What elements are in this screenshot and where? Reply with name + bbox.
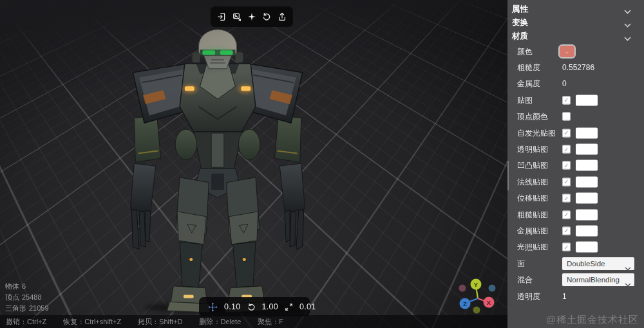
import-file-icon[interactable] [216, 9, 227, 24]
stat-vertices: 顶点25488 [5, 292, 49, 303]
row-map: 贴图 [507, 92, 644, 108]
map-texture-slot[interactable] [576, 95, 598, 105]
shortcut-undo: 撤销：Ctrl+Z [6, 317, 46, 327]
roughness-map-checkbox[interactable] [562, 210, 571, 219]
metalness-map-checkbox[interactable] [562, 226, 571, 235]
section-properties[interactable]: 属性 [507, 3, 644, 16]
section-transform[interactable]: 变换 [507, 16, 644, 30]
row-light-map: 光照贴图 [507, 239, 644, 255]
chevron-down-icon [624, 34, 631, 43]
export-image-icon[interactable] [231, 9, 242, 24]
normal-map-checkbox[interactable] [562, 178, 571, 186]
displacement-map-checkbox[interactable] [562, 194, 571, 203]
row-blending: 混合 NormalBlending [507, 271, 644, 287]
axis-y[interactable]: Y [471, 279, 482, 290]
light-map-checkbox[interactable] [562, 243, 571, 251]
side-select[interactable]: DoubleSide [562, 257, 634, 270]
upload-icon[interactable] [276, 9, 288, 24]
alpha-map-texture-slot[interactable] [576, 144, 598, 155]
light-map-texture-slot[interactable] [576, 242, 598, 253]
row-color: 颜色 ⌄ [507, 43, 644, 59]
normal-map-texture-slot[interactable] [576, 176, 598, 187]
metalness-value[interactable]: 0 [562, 79, 567, 88]
row-roughness: 粗糙度 0.552786 [507, 59, 644, 75]
opacity-value[interactable]: 1 [562, 292, 567, 301]
metalness-map-texture-slot[interactable] [576, 225, 598, 236]
axis-x[interactable]: X [484, 297, 495, 308]
emissive-map-checkbox[interactable] [562, 129, 571, 137]
row-alpha-map: 透明贴图 [507, 141, 644, 157]
row-roughness-map: 粗糙贴图 [507, 206, 644, 223]
shortcut-focus: 聚焦：F [258, 317, 283, 327]
emissive-map-texture-slot[interactable] [576, 127, 598, 138]
row-emissive-map: 自发光贴图 [507, 125, 644, 141]
chevron-down-icon [624, 7, 631, 16]
snap-settings-bar: 0.10 1.00 0.01 [199, 297, 310, 316]
translate-icon[interactable] [207, 302, 218, 313]
color-swatch[interactable]: ⌄ [558, 44, 576, 59]
viewport-toolbar [211, 6, 293, 27]
row-opacity: 透明度 1 [507, 288, 644, 304]
map-checkbox[interactable] [562, 96, 571, 104]
row-bump-map: 凹凸贴图 [507, 158, 644, 174]
axis-neg-x [459, 285, 466, 292]
bump-map-checkbox[interactable] [562, 161, 571, 170]
vertex-colors-checkbox[interactable] [562, 113, 571, 121]
rotate-icon[interactable] [247, 302, 256, 313]
row-vertex-colors: 顶点颜色 [507, 109, 644, 125]
displacement-map-texture-slot[interactable] [576, 193, 598, 204]
stat-objects: 物体6 [5, 281, 49, 292]
scale-snap-value[interactable]: 0.01 [299, 302, 316, 311]
svg-text:Y: Y [474, 281, 478, 288]
watermark: @稀土掘金技术社区 [546, 314, 639, 326]
scene-stats: 物体6 顶点25488 三角形21059 [5, 281, 49, 314]
row-side: 面 DoubleSide [507, 255, 644, 271]
rotate-snap-value[interactable]: 1.00 [262, 302, 279, 311]
mech-model[interactable] [115, 24, 321, 315]
axis-neg-z [489, 285, 496, 292]
focus-icon[interactable] [246, 9, 258, 24]
roughness-value[interactable]: 0.552786 [562, 63, 594, 72]
shortcut-redo: 恢复：Ctrl+shift+Z [63, 317, 121, 327]
editor-window: 0.10 1.00 0.01 物体6 顶点25488 三角形21059 [0, 0, 644, 328]
roughness-map-texture-slot[interactable] [576, 209, 598, 220]
chevron-down-icon [624, 21, 631, 30]
reset-view-icon[interactable] [261, 9, 272, 24]
svg-text:X: X [487, 299, 491, 306]
shortcut-bar: 撤销：Ctrl+Z 恢复：Ctrl+shift+Z 拷贝：Shift+D 删除：… [0, 315, 507, 328]
row-metalness: 金属度 0 [507, 76, 644, 92]
section-material[interactable]: 材质 [507, 30, 644, 43]
viewport-3d[interactable]: 0.10 1.00 0.01 物体6 顶点25488 三角形21059 [0, 0, 507, 328]
stat-triangles: 三角形21059 [5, 303, 49, 314]
translate-snap-value[interactable]: 0.10 [224, 302, 241, 311]
alpha-map-checkbox[interactable] [562, 145, 571, 154]
axis-z[interactable]: Z [460, 298, 471, 309]
shortcut-copy: 拷贝：Shift+D [138, 317, 182, 327]
properties-panel: 属性 变换 材质 颜色 ⌄ 粗糙度 0.552786 金属度 [507, 0, 644, 328]
shortcut-delete: 删除：Delete [200, 317, 242, 327]
row-displacement-map: 位移贴图 [507, 190, 644, 206]
scale-icon[interactable] [284, 302, 294, 313]
svg-text:Z: Z [463, 300, 467, 307]
row-normal-map: 法线贴图 [507, 174, 644, 190]
row-metalness-map: 金属贴图 [507, 223, 644, 239]
blending-select[interactable]: NormalBlending [562, 273, 634, 286]
axis-neg-y [473, 307, 480, 314]
bump-map-texture-slot[interactable] [576, 160, 598, 171]
